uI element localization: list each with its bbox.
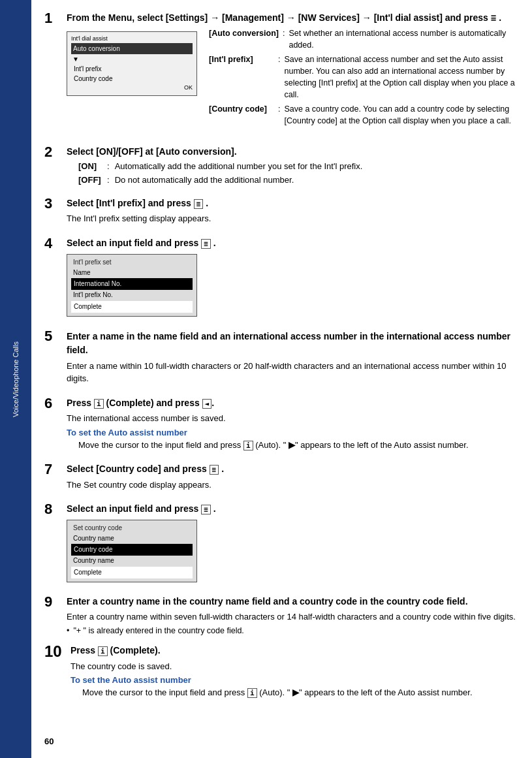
menu-icon-1: ≡ [491,12,496,23]
step-10-content: Press i (Complete). The country code is … [70,644,516,702]
step-9-number: 9 [44,594,63,610]
menu-icon-8: ≡ [201,505,211,514]
desc-label-prefix: [Int'l prefix] [209,54,274,101]
step-10-auto-assist: To set the Auto assist number Move the c… [70,675,516,699]
step-6-auto-body: Move the cursor to the input field and p… [67,439,516,452]
step-1-title: From the Menu, select [Settings] → [Mana… [67,12,516,25]
step-3-content: Select [Int'l prefix] and press ≡ . The … [67,197,516,228]
menu-icon-7: ≡ [210,465,219,475]
step-10: 10 Press i (Complete). The country code … [44,644,516,702]
screen4-prefix: Int'l prefix No. [71,290,193,300]
step-1-screen-area: Int'l dial assist Auto conversion ▼ Int'… [67,27,516,130]
step-5: 5 Enter a name in the name field and an … [44,330,516,388]
step-2-title: Select [ON]/[OFF] at [Auto conversion]. [67,146,516,159]
step-2: 2 Select [ON]/[OFF] at [Auto conversion]… [44,146,516,188]
step-6-number: 6 [44,396,63,411]
step-4-title: Select an input field and press ≡ . [67,237,516,250]
step-3-title: Select [Int'l prefix] and press ≡ . [67,197,516,210]
step-10-auto-body: Move the cursor to the input field and p… [70,686,516,699]
screen-row-arrow: ▼ [71,54,193,64]
step-9-title: Enter a country name in the country name… [67,595,516,608]
menu-icon-3: ≡ [194,199,204,209]
step-3: 3 Select [Int'l prefix] and press ≡ . Th… [44,197,516,228]
step-7-body: The Set country code display appears. [67,479,516,492]
sidebar-label: Voice/Videophone Calls [11,341,20,417]
screen8-title: Set country code [71,523,193,533]
step-8-content: Select an input field and press ≡ . Set … [67,503,516,586]
step-6-content: Press i (Complete) and press ◄. The inte… [67,397,516,454]
step-1: 1 From the Menu, select [Settings] → [Ma… [44,12,516,136]
desc-country-code: [Country code] : Save a country code. Yo… [209,103,516,127]
complete-icon-6: i [94,399,104,409]
step-5-body: Enter a name within 10 full-width charac… [67,360,516,385]
back-icon-6: ◄ [202,399,212,409]
step-10-number: 10 [44,643,67,660]
step-4-number: 4 [44,236,63,251]
screen-row-ok: OK [71,84,193,93]
desc-auto-conversion: [Auto conversion] : Set whether an inter… [209,27,516,51]
screen-row-title: Int'l dial assist [71,35,193,44]
step-9: 9 Enter a country name in the country na… [44,595,516,635]
step-3-number: 3 [44,196,63,212]
step-2-def-on: [ON] : Automatically add the additional … [78,161,516,173]
step-10-title: Press i (Complete). [70,644,516,657]
step-8-screen: Set country code Country name Country co… [67,520,197,582]
desc-text-country: Save a country code. You can add a count… [284,103,516,127]
screen4-name: Name [71,268,193,278]
screen4-intl: International No. [71,278,193,290]
step-8-title: Select an input field and press ≡ . [67,503,516,516]
step-2-number: 2 [44,144,63,160]
step-7-number: 7 [44,462,63,477]
screen8-name2: Country name [71,556,193,566]
step-9-body: Enter a country name within seven full-w… [67,610,516,624]
step-5-number: 5 [44,328,63,344]
step-6-auto-label: To set the Auto assist number [67,428,516,437]
step-4: 4 Select an input field and press ≡ . In… [44,237,516,321]
screen4-title: Int'l prefix set [71,257,193,268]
step-9-content: Enter a country name in the country name… [67,595,516,635]
step-6-title: Press i (Complete) and press ◄. [67,397,516,410]
desc-label-country: [Country code] [209,103,274,127]
screen-row-country: Country code [71,74,193,84]
step-2-def-off: [OFF] : Do not automatically add the add… [78,174,516,187]
desc-intl-prefix: [Int'l prefix] : Save an international a… [209,54,516,101]
desc-text-auto: Set whether an international access numb… [289,27,516,51]
step-7: 7 Select [Country code] and press ≡ . Th… [44,463,516,494]
step-6-body: The international access number is saved… [67,412,516,425]
step-5-title: Enter a name in the name field and an in… [67,330,516,357]
step-5-content: Enter a name in the name field and an in… [67,330,516,388]
step-2-content: Select [ON]/[OFF] at [Auto conversion]. … [67,146,516,188]
step-1-screen: Int'l dial assist Auto conversion ▼ Int'… [67,31,197,96]
step-4-screen: Int'l prefix set Name International No. … [67,254,197,317]
main-content: 1 From the Menu, select [Settings] → [Ma… [31,0,532,758]
screen-row-prefix: Int'l prefix [71,64,193,74]
screen-row-auto: Auto conversion [71,43,193,54]
screen4-complete: Complete [71,301,193,313]
step-3-body: The Int'l prefix setting display appears… [67,212,516,225]
step-8: 8 Select an input field and press ≡ . Se… [44,503,516,586]
step-1-content: From the Menu, select [Settings] → [Mana… [67,12,516,136]
page-number: 60 [44,736,54,746]
auto-icon-6: i [243,441,253,450]
step-7-title: Select [Country code] and press ≡ . [67,463,516,476]
step-6: 6 Press i (Complete) and press ◄. The in… [44,397,516,454]
screen8-name: Country name [71,533,193,544]
arrow-icon-6: ▶ [289,440,295,450]
step-6-auto-assist: To set the Auto assist number Move the c… [67,428,516,452]
auto-icon-10: i [247,688,257,698]
sidebar: Voice/Videophone Calls [0,0,31,758]
desc-text-prefix: Save an international access number and … [284,54,516,101]
screen8-complete: Complete [71,567,193,578]
menu-icon-4: ≡ [201,239,211,249]
step-1-desc: [Auto conversion] : Set whether an inter… [209,27,516,130]
step-8-number: 8 [44,501,63,517]
screen8-code: Country code [71,544,193,556]
step-10-auto-label: To set the Auto assist number [70,675,516,685]
arrow-icon-10: ▶ [292,687,299,697]
complete-icon-10: i [98,646,108,656]
desc-label-auto: [Auto conversion] [209,27,279,51]
step-7-content: Select [Country code] and press ≡ . The … [67,463,516,494]
step-10-body: The country code is saved. [70,660,516,673]
step-1-number: 1 [44,10,63,26]
step-9-bullet: • "+ " is already entered in the country… [67,626,516,635]
